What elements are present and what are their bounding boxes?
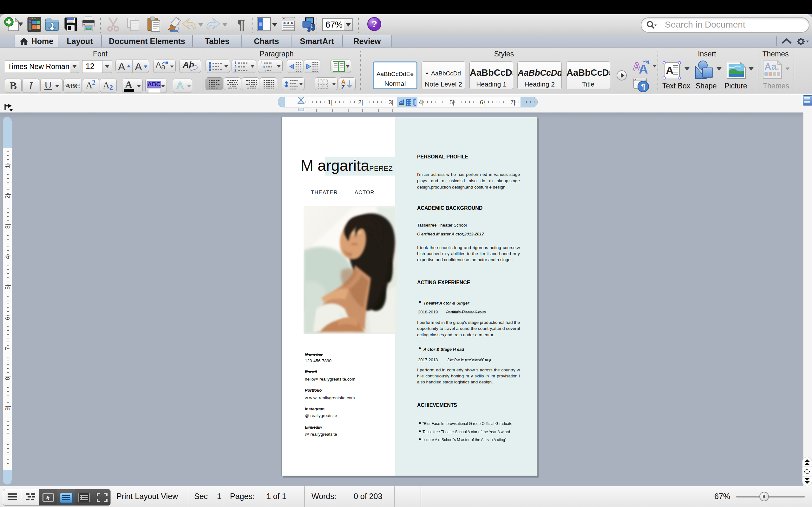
svg-text:?: ? <box>371 19 377 29</box>
svg-text:5|: 5| <box>450 99 455 106</box>
svg-text:¶: ¶ <box>641 82 645 91</box>
svg-text:Aa: Aa <box>764 61 777 72</box>
svg-text:1|: 1| <box>4 163 11 168</box>
svg-text:A: A <box>639 62 648 74</box>
svg-text:7|: 7| <box>510 99 515 106</box>
svg-text:2|: 2| <box>358 99 363 106</box>
svg-text:2|: 2| <box>4 193 11 199</box>
svg-text:1|: 1| <box>328 99 333 106</box>
svg-text:A: A <box>666 64 674 76</box>
svg-text:Z: Z <box>341 84 345 90</box>
svg-text:5|: 5| <box>4 285 11 290</box>
svg-text:i: i <box>264 68 265 72</box>
svg-text:6|: 6| <box>4 315 11 320</box>
svg-text:6|: 6| <box>480 99 485 106</box>
svg-text:4|: 4| <box>4 254 11 259</box>
svg-text:4|: 4| <box>419 99 424 106</box>
svg-text:3: 3 <box>235 68 237 72</box>
svg-text:3|: 3| <box>4 224 11 229</box>
svg-text:A: A <box>341 78 345 85</box>
svg-text:3|: 3| <box>389 99 394 106</box>
